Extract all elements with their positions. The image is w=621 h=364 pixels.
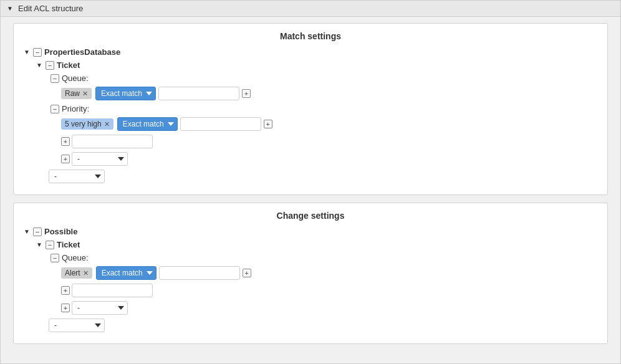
possible-collapse-icon[interactable]: ▼ [24, 228, 31, 236]
change-ticket-collapse-icon[interactable]: ▼ [36, 241, 44, 249]
priority-field-row: − Priority: [49, 104, 597, 113]
change-queue-add-icon[interactable]: + [243, 269, 251, 277]
add-input-row: + [61, 135, 597, 148]
ticket-label: Ticket [57, 60, 80, 70]
change-queue-label: Queue: [62, 253, 89, 262]
dash-select1-row: + - [61, 152, 597, 166]
properties-db-minus-icon[interactable]: − [33, 48, 42, 57]
main-window: ▼ Edit ACL structure Match settings ▼ − … [0, 0, 621, 364]
add-field-input[interactable] [72, 135, 153, 148]
priority-add-icon[interactable]: + [264, 120, 272, 128]
queue-tag-text: Raw [65, 89, 80, 98]
priority-tag-remove-icon[interactable]: ✕ [104, 120, 110, 128]
dash-select-1[interactable]: - [72, 152, 128, 166]
priority-inline-row: 5 very high ✕ Exact match + [61, 117, 272, 131]
priority-label: Priority: [62, 104, 89, 113]
possible-row: ▼ − Possible [24, 227, 597, 236]
change-dash-select1-row: + - [61, 301, 597, 315]
queue-tag-remove-icon[interactable]: ✕ [82, 90, 88, 98]
dash-select2-row: - [49, 170, 597, 183]
ticket-row: ▼ − Ticket [36, 60, 597, 70]
change-queue-text-input[interactable] [159, 266, 240, 280]
ticket-minus-icon[interactable]: − [46, 61, 54, 70]
change-settings-section: Change settings ▼ − Possible ▼ − Ticket … [13, 203, 608, 344]
properties-db-collapse-icon[interactable]: ▼ [24, 49, 31, 56]
change-dash-select2-row: - [49, 318, 597, 332]
change-add-field-plus-icon[interactable]: + [61, 286, 70, 295]
add-field-plus-icon[interactable]: + [61, 137, 70, 146]
properties-db-label: PropertiesDatabase [44, 47, 120, 57]
queue-inline-row: Raw ✕ Exact match + [61, 87, 251, 100]
change-ticket-minus-icon[interactable]: − [46, 241, 54, 249]
change-queue-tag: Alert ✕ [61, 267, 92, 279]
window-title: Edit ACL structure [18, 4, 83, 13]
possible-minus-icon[interactable]: − [33, 228, 42, 236]
match-settings-section: Match settings ▼ − PropertiesDatabase ▼ … [13, 23, 608, 195]
change-queue-inline-row: Alert ✕ Exact match + [61, 266, 251, 280]
ticket-collapse-icon[interactable]: ▼ [36, 62, 44, 69]
change-queue-field-row: − Queue: [49, 253, 597, 262]
priority-text-input[interactable] [180, 117, 261, 131]
queue-field-row: − Queue: [49, 74, 597, 83]
change-dash1-plus-icon[interactable]: + [61, 304, 70, 312]
match-settings-title: Match settings [24, 31, 597, 41]
queue-tag: Raw ✕ [61, 88, 92, 99]
priority-tag: 5 very high ✕ [61, 118, 113, 130]
title-bar: ▼ Edit ACL structure [1, 1, 620, 17]
change-dash-select-2[interactable]: - [49, 318, 105, 332]
change-queue-tag-text: Alert [65, 269, 80, 277]
priority-value-row: 5 very high ✕ Exact match + [61, 117, 597, 131]
dash1-plus-icon[interactable]: + [61, 155, 70, 163]
properties-db-row: ▼ − PropertiesDatabase [24, 47, 597, 57]
change-dash-select-1[interactable]: - [72, 301, 128, 315]
possible-label: Possible [44, 227, 77, 236]
change-add-input-row: + [61, 284, 597, 297]
collapse-arrow-icon[interactable]: ▼ [7, 5, 14, 12]
change-queue-tag-remove-icon[interactable]: ✕ [83, 269, 89, 277]
change-queue-minus-icon[interactable]: − [51, 254, 59, 262]
change-queue-match-select[interactable]: Exact match [96, 266, 156, 280]
queue-minus-icon[interactable]: − [51, 74, 59, 83]
queue-text-input[interactable] [158, 87, 239, 100]
content-area: Match settings ▼ − PropertiesDatabase ▼ … [1, 17, 620, 358]
priority-match-select[interactable]: Exact match [117, 117, 178, 131]
priority-minus-icon[interactable]: − [51, 105, 59, 113]
queue-match-select[interactable]: Exact match [95, 87, 156, 100]
change-ticket-row: ▼ − Ticket [36, 240, 597, 249]
dash-select-2[interactable]: - [49, 170, 105, 183]
change-settings-title: Change settings [24, 211, 597, 221]
change-ticket-label: Ticket [57, 240, 80, 249]
queue-label: Queue: [62, 74, 89, 83]
queue-value-row: Raw ✕ Exact match + [61, 87, 597, 100]
change-queue-value-row: Alert ✕ Exact match + [61, 266, 597, 280]
queue-add-icon[interactable]: + [242, 89, 251, 98]
change-add-field-input[interactable] [72, 284, 153, 297]
priority-tag-text: 5 very high [65, 120, 102, 128]
